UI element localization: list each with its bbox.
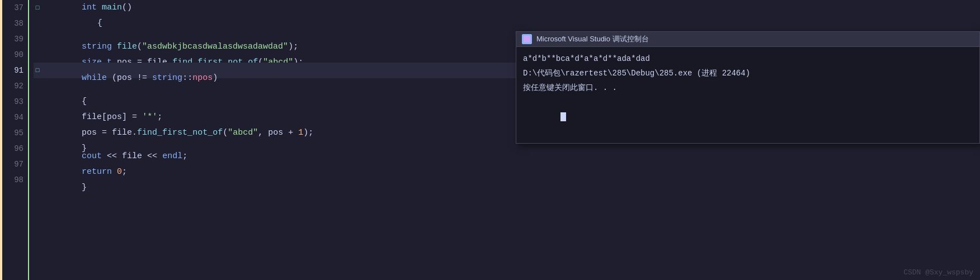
line-num-91: 91 [0,63,23,78]
line-num-98: 98 [0,172,23,188]
fold-icon-91[interactable]: □ [34,67,41,74]
editor-area: 37 38 39 90 91 92 93 94 95 96 97 98 □ in… [0,0,980,280]
console-output-2: D:\代码包\razertest\285\Debug\285.exe (进程 2… [523,66,973,80]
line-num-92: 92 [0,78,23,94]
line-num-96: 96 [0,141,23,156]
line-num-93: 93 [0,94,23,110]
console-body: a*d*b**bca*d*a*a*d**ada*dad D:\代码包\razer… [516,47,979,143]
accent-bar [0,0,2,280]
vs-icon [522,34,532,44]
line-num-94: 94 [0,110,23,125]
watermark: CSDN @Sxy_wspsby [903,268,973,277]
console-output-3: 按任意键关闭此窗口. . . [523,80,973,95]
fold-icon-37[interactable]: □ [34,4,41,12]
code-text-98: } [41,149,980,211]
line-numbers: 37 38 39 90 91 92 93 94 95 96 97 98 [0,0,29,280]
line-num-37: 37 [0,0,23,16]
console-output-1: a*d*b**bca*d*a*a*d**ada*dad [523,51,973,66]
line-num-90: 90 [0,47,23,63]
code-line-98: □ } [34,172,980,188]
console-title: Microsoft Visual Studio 调试控制台 [536,34,649,44]
console-overlay: Microsoft Visual Studio 调试控制台 a*d*b**bca… [516,31,980,144]
console-cursor-line [523,95,973,139]
line-num-38: 38 [0,16,23,31]
line-num-95: 95 [0,125,23,141]
line-num-97: 97 [0,156,23,172]
console-titlebar: Microsoft Visual Studio 调试控制台 [516,32,979,47]
line-num-39: 39 [0,31,23,47]
console-cursor [560,112,566,121]
